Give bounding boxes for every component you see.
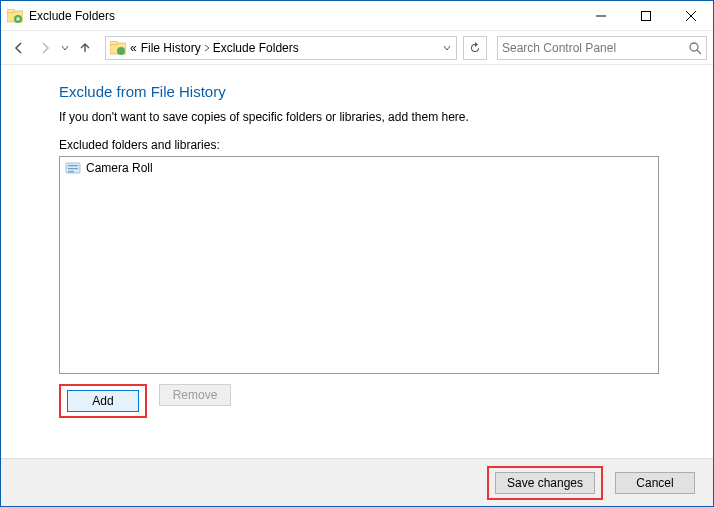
address-bar[interactable]: « File History Exclude Folders bbox=[105, 36, 457, 60]
breadcrumb-prefix: « bbox=[130, 41, 137, 55]
navbar: « File History Exclude Folders Search Co… bbox=[1, 31, 713, 65]
app-icon bbox=[7, 8, 23, 24]
footer: Save changes Cancel bbox=[1, 458, 713, 506]
up-button[interactable] bbox=[73, 36, 97, 60]
svg-point-10 bbox=[690, 43, 698, 51]
address-icon bbox=[110, 40, 126, 56]
recent-locations-caret[interactable] bbox=[59, 36, 71, 60]
window-title: Exclude Folders bbox=[29, 9, 115, 23]
svg-rect-14 bbox=[68, 168, 78, 169]
excluded-folders-listbox[interactable]: Camera Roll bbox=[59, 156, 659, 374]
search-box[interactable]: Search Control Panel bbox=[497, 36, 707, 60]
add-button[interactable]: Add bbox=[67, 390, 139, 412]
address-dropdown-caret[interactable] bbox=[440, 44, 454, 52]
chevron-right-icon bbox=[204, 41, 210, 55]
svg-rect-1 bbox=[7, 9, 14, 12]
list-label: Excluded folders and libraries: bbox=[59, 138, 683, 152]
svg-rect-8 bbox=[110, 41, 117, 44]
list-item-label: Camera Roll bbox=[86, 161, 153, 175]
svg-rect-15 bbox=[68, 171, 74, 172]
page-heading: Exclude from File History bbox=[59, 83, 683, 100]
remove-button: Remove bbox=[159, 384, 231, 406]
window-frame: Exclude Folders bbox=[0, 0, 714, 507]
svg-rect-4 bbox=[641, 11, 650, 20]
titlebar: Exclude Folders bbox=[1, 1, 713, 31]
save-changes-button[interactable]: Save changes bbox=[495, 472, 595, 494]
folder-icon bbox=[65, 160, 81, 176]
breadcrumb-item-1[interactable]: Exclude Folders bbox=[213, 41, 299, 55]
content-area: Exclude from File History If you don't w… bbox=[1, 65, 713, 458]
svg-line-11 bbox=[697, 50, 701, 54]
search-placeholder: Search Control Panel bbox=[502, 41, 688, 55]
window-controls bbox=[578, 1, 713, 30]
search-icon bbox=[688, 41, 702, 55]
refresh-button[interactable] bbox=[463, 36, 487, 60]
page-description: If you don't want to save copies of spec… bbox=[59, 110, 683, 124]
breadcrumb-item-0[interactable]: File History bbox=[141, 41, 201, 55]
breadcrumb: « File History Exclude Folders bbox=[130, 41, 440, 55]
svg-point-9 bbox=[117, 47, 125, 55]
forward-button[interactable] bbox=[33, 36, 57, 60]
maximize-button[interactable] bbox=[623, 1, 668, 30]
back-button[interactable] bbox=[7, 36, 31, 60]
list-buttons-row: Add Remove bbox=[59, 384, 683, 418]
highlight-add: Add bbox=[59, 384, 147, 418]
svg-rect-13 bbox=[68, 165, 78, 166]
minimize-button[interactable] bbox=[578, 1, 623, 30]
close-button[interactable] bbox=[668, 1, 713, 30]
list-item[interactable]: Camera Roll bbox=[60, 157, 658, 179]
cancel-button[interactable]: Cancel bbox=[615, 472, 695, 494]
highlight-save: Save changes bbox=[487, 466, 603, 500]
